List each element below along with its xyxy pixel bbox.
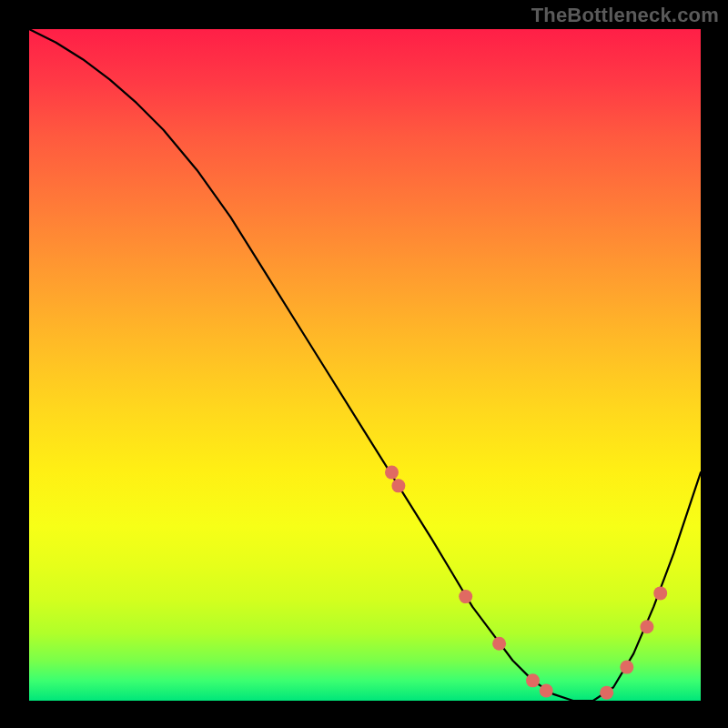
chart-svg	[29, 29, 701, 701]
marker-dot	[620, 661, 633, 674]
marker-dot	[526, 673, 540, 687]
watermark-text: TheBottleneck.com	[531, 4, 719, 27]
marker-dot	[540, 683, 553, 697]
marker-dot	[391, 479, 405, 492]
marker-dot	[653, 586, 667, 600]
marker-capsule	[506, 653, 520, 670]
bottleneck-curve	[29, 29, 701, 701]
chart-frame: TheBottleneck.com	[0, 0, 728, 728]
plot-area	[29, 29, 701, 701]
marker-dot	[459, 590, 472, 603]
marker-dot	[600, 686, 613, 700]
marker-dot	[385, 466, 399, 480]
marker-dot	[492, 637, 506, 651]
marker-dot	[640, 620, 653, 633]
marker-group	[385, 466, 667, 701]
